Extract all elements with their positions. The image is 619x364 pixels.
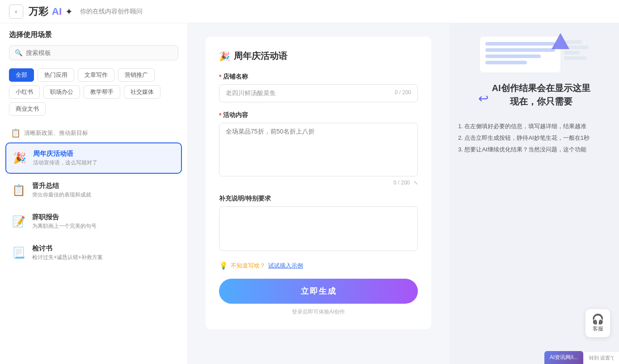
- bottom-text: 转到 设置"(: [589, 355, 614, 360]
- cs-icon: 🎧: [592, 314, 604, 325]
- special-item-icon: 📋: [11, 128, 21, 138]
- ai-badge: AI资讯网/i...: [544, 351, 583, 364]
- ai-tip-3: 3. 想要让AI继续优化结果？当然没问题，这个功能: [458, 144, 610, 155]
- back-icon: ‹: [15, 8, 17, 15]
- accent-triangle: [552, 33, 569, 49]
- tag-xiaohongshu[interactable]: 小红书: [9, 85, 40, 99]
- list-item-anniversary[interactable]: 🎉 周年庆活动语 活动宣传语，这么写就对了: [5, 142, 182, 174]
- search-input[interactable]: [26, 49, 173, 56]
- cs-label: 客服: [592, 325, 604, 333]
- tag-article[interactable]: 文章写作: [78, 68, 114, 82]
- ai-tip-title-line2: 现在，你只需要: [510, 96, 573, 106]
- ai-tip-2: 2. 点击立即生成按钮，静待AI妙笔生花，一般在1秒: [458, 132, 610, 144]
- sidebar-title: 选择使用场景: [9, 30, 178, 40]
- illus-card: [480, 37, 560, 72]
- ai-tip-title-line1: AI创作结果会在显示这里: [492, 83, 590, 93]
- form-title-text: 周年庆活动语: [234, 50, 287, 62]
- login-hint: 登录后即可体验AI创作: [219, 308, 418, 316]
- form-title: 🎉 周年庆活动语: [219, 50, 418, 62]
- resize-icon[interactable]: ⤡: [413, 180, 418, 186]
- ai-badge-text: AI资讯网/i...: [550, 354, 578, 360]
- ai-tip-title: AI创作结果会在显示这里 现在，你只需要: [492, 81, 590, 108]
- logo: 万彩 AI ✦: [29, 5, 73, 18]
- list-item-review-desc: 检讨过失+诚恳认错+补救方案: [32, 254, 177, 261]
- activity-content-group: * 活动内容 0 / 200 ⤡: [219, 111, 418, 186]
- ai-tip-1: 1. 在左侧填好必要的信息，填写越详细，结果越准: [458, 121, 610, 132]
- search-box[interactable]: 🔍: [9, 45, 178, 60]
- form-card: 🎉 周年庆活动语 * 店铺名称 老四川鲜汤酸菜鱼 0 / 200 * 活动内容: [206, 37, 431, 329]
- hint-link[interactable]: 试试插入示例: [268, 262, 303, 270]
- list-item-resignation-title: 辞职报告: [32, 213, 177, 222]
- illus-line-4: [485, 61, 527, 64]
- special-item: 📋 清晰新政策、推动新目标: [5, 124, 182, 142]
- list-item-promotion[interactable]: 📋 晋升总结 突出你最佳的表现和成就: [5, 176, 182, 205]
- cs-widget[interactable]: 🎧 客服: [585, 309, 610, 337]
- back-button[interactable]: ‹: [9, 4, 23, 19]
- store-name-placeholder: 老四川鲜汤酸菜鱼: [226, 89, 276, 97]
- sidebar: 选择使用场景 🔍 全部 热门应用 文章写作 营销推广 小红书 职场办公 教学帮手…: [0, 23, 188, 364]
- list-item-promotion-desc: 突出你最佳的表现和成就: [32, 191, 177, 199]
- arrow-icon: ↩: [478, 91, 488, 106]
- category-tags: 全部 热门应用 文章写作 营销推广 小红书 职场办公 教学帮手 社交媒体 商业文…: [0, 64, 187, 120]
- list-item-anniversary-desc: 活动宣传语，这么写就对了: [33, 159, 176, 167]
- illus-line-1: [485, 42, 555, 46]
- hint-row[interactable]: 💡 不知道写啥？ 试试插入示例: [219, 261, 418, 270]
- generate-button[interactable]: 立即生成: [219, 279, 418, 304]
- logo-icon: ✦: [65, 6, 73, 17]
- list-item-anniversary-title: 周年庆活动语: [33, 150, 176, 158]
- list-item-review-title: 检讨书: [32, 244, 177, 253]
- store-name-count: 0 / 200: [395, 89, 411, 97]
- activity-textarea[interactable]: [219, 123, 418, 176]
- extra-notes-textarea[interactable]: [219, 206, 418, 251]
- main-layout: 选择使用场景 🔍 全部 热门应用 文章写作 营销推广 小红书 职场办公 教学帮手…: [0, 23, 619, 364]
- tag-workplace[interactable]: 职场办公: [43, 85, 80, 99]
- list-item-resignation[interactable]: 📝 辞职报告 为离职画上一个完美的句号: [5, 207, 182, 236]
- list-item-review[interactable]: 📃 检讨书 检讨过失+诚恳认错+补救方案: [5, 238, 182, 268]
- store-name-input-wrapper[interactable]: 老四川鲜汤酸菜鱼 0 / 200: [219, 84, 418, 102]
- tag-business[interactable]: 商业文书: [9, 102, 46, 116]
- tag-marketing[interactable]: 营销推广: [118, 68, 155, 82]
- activity-content-label: * 活动内容: [219, 111, 418, 119]
- list-item-review-icon: 📃: [11, 247, 27, 259]
- list-item-promotion-title: 晋升总结: [32, 182, 177, 190]
- header-subtitle: 你的在线内容创作顾问: [80, 8, 143, 16]
- required-mark-2: *: [219, 112, 221, 119]
- header: ‹ 万彩 AI ✦ 你的在线内容创作顾问: [0, 0, 619, 23]
- activity-count: 0 / 200: [393, 180, 410, 186]
- logo-ai: AI: [52, 6, 62, 17]
- store-name-label: * 店铺名称: [219, 73, 418, 81]
- illus-line-2: [485, 48, 555, 52]
- bottom-bar: 转到 设置"(: [584, 351, 619, 364]
- illus-line-3: [485, 54, 541, 58]
- hint-text: 不知道写啥？: [231, 262, 265, 270]
- activity-textarea-wrapper: 0 / 200 ⤡: [219, 123, 418, 186]
- list-item-review-content: 检讨书 检讨过失+诚恳认错+补救方案: [32, 244, 177, 261]
- ai-tip-list: 1. 在左侧填好必要的信息，填写越详细，结果越准 2. 点击立即生成按钮，静待A…: [458, 121, 610, 155]
- special-item-label: 清晰新政策、推动新目标: [24, 129, 88, 137]
- search-icon: 🔍: [15, 49, 22, 56]
- extra-notes-group: 补充说明/特别要求: [219, 195, 418, 252]
- list-item-resignation-icon: 📝: [11, 215, 27, 228]
- list-item-anniversary-icon: 🎉: [12, 152, 28, 164]
- form-title-icon: 🎉: [219, 51, 230, 62]
- activity-textarea-footer: 0 / 200 ⤡: [219, 180, 418, 186]
- extra-notes-label: 补充说明/特别要求: [219, 195, 418, 203]
- store-name-group: * 店铺名称 老四川鲜汤酸菜鱼 0 / 200: [219, 73, 418, 102]
- list-item-anniversary-content: 周年庆活动语 活动宣传语，这么写就对了: [33, 150, 176, 167]
- required-mark: *: [219, 73, 221, 80]
- tag-hot[interactable]: 热门应用: [38, 68, 74, 82]
- tag-teaching[interactable]: 教学帮手: [84, 85, 120, 99]
- list-item-resignation-desc: 为离职画上一个完美的句号: [32, 222, 177, 230]
- list-item-promotion-content: 晋升总结 突出你最佳的表现和成就: [32, 182, 177, 199]
- illustration: [458, 37, 610, 72]
- logo-text: 万彩: [29, 5, 48, 18]
- hint-icon: 💡: [219, 261, 228, 270]
- tag-social[interactable]: 社交媒体: [124, 85, 160, 99]
- list-item-resignation-content: 辞职报告 为离职画上一个完美的句号: [32, 213, 177, 230]
- sidebar-header: 选择使用场景 🔍: [0, 23, 187, 64]
- tag-all[interactable]: 全部: [9, 68, 34, 82]
- main-content: 🎉 周年庆活动语 * 店铺名称 老四川鲜汤酸菜鱼 0 / 200 * 活动内容: [188, 23, 449, 364]
- list-item-promotion-icon: 📋: [11, 184, 27, 197]
- sidebar-list: 📋 清晰新政策、推动新目标 🎉 周年庆活动语 活动宣传语，这么写就对了 📋 晋升…: [0, 120, 187, 364]
